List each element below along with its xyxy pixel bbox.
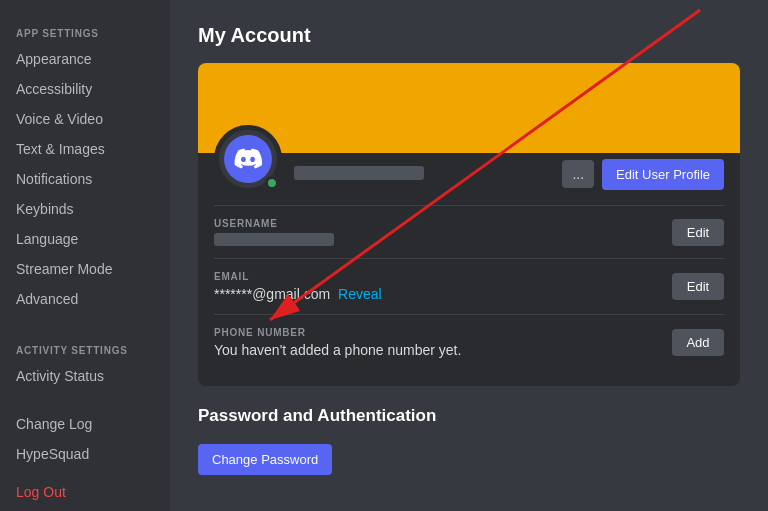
email-field-content: EMAIL *******@gmail.com Reveal — [214, 271, 660, 302]
password-section-title: Password and Authentication — [198, 406, 740, 426]
phone-label: PHONE NUMBER — [214, 327, 660, 338]
username-edit-button[interactable]: Edit — [672, 219, 724, 246]
sidebar-item-advanced[interactable]: Advanced — [8, 285, 162, 313]
phone-value: You haven't added a phone number yet. — [214, 342, 660, 358]
username-field: USERNAME Edit — [214, 205, 724, 258]
sidebar-item-language[interactable]: Language — [8, 225, 162, 253]
phone-field-content: PHONE NUMBER You haven't added a phone n… — [214, 327, 660, 358]
sidebar-item-voice-video[interactable]: Voice & Video — [8, 105, 162, 133]
sidebar-item-change-log[interactable]: Change Log — [8, 410, 162, 438]
reveal-link[interactable]: Reveal — [338, 286, 382, 302]
username-label: USERNAME — [214, 218, 660, 229]
phone-field: PHONE NUMBER You haven't added a phone n… — [214, 314, 724, 370]
discord-logo-icon — [233, 144, 263, 174]
profile-actions: ... Edit User Profile — [562, 129, 724, 190]
page-title: My Account — [198, 24, 740, 47]
phone-add-button[interactable]: Add — [672, 329, 724, 356]
profile-info-row: ... Edit User Profile — [198, 125, 740, 205]
username-value — [214, 233, 660, 246]
edit-profile-button[interactable]: Edit User Profile — [602, 159, 724, 190]
avatar-container — [214, 125, 282, 193]
more-options-button[interactable]: ... — [562, 160, 594, 188]
username-field-content: USERNAME — [214, 218, 660, 246]
main-content: My Account ... Edit Use — [170, 0, 768, 511]
sidebar: APP SETTINGS Appearance Accessibility Vo… — [0, 0, 170, 511]
online-status-dot — [265, 176, 279, 190]
profile-username-area — [294, 134, 562, 184]
sidebar-item-notifications[interactable]: Notifications — [8, 165, 162, 193]
email-value-row: *******@gmail.com Reveal — [214, 286, 660, 302]
info-fields: USERNAME Edit EMAIL *******@gmail.com Re… — [198, 205, 740, 386]
sidebar-item-accessibility[interactable]: Accessibility — [8, 75, 162, 103]
sidebar-item-activity-status[interactable]: Activity Status — [8, 362, 162, 390]
app-settings-section-label: APP SETTINGS — [8, 16, 162, 43]
sidebar-item-logout[interactable]: Log Out — [8, 478, 162, 506]
profile-card: ... Edit User Profile USERNAME Edit EMAI… — [198, 63, 740, 386]
username-blurred — [294, 166, 424, 180]
email-masked-value: *******@gmail.com — [214, 286, 330, 302]
sidebar-item-text-images[interactable]: Text & Images — [8, 135, 162, 163]
sidebar-item-streamer-mode[interactable]: Streamer Mode — [8, 255, 162, 283]
change-password-button[interactable]: Change Password — [198, 444, 332, 475]
sidebar-item-appearance[interactable]: Appearance — [8, 45, 162, 73]
sidebar-item-hypesquad[interactable]: HypeSquad — [8, 440, 162, 468]
email-field: EMAIL *******@gmail.com Reveal Edit — [214, 258, 724, 314]
email-edit-button[interactable]: Edit — [672, 273, 724, 300]
sidebar-item-keybinds[interactable]: Keybinds — [8, 195, 162, 223]
activity-settings-section-label: ACTIVITY SETTINGS — [8, 333, 162, 360]
email-label: EMAIL — [214, 271, 660, 282]
username-value-blurred — [214, 233, 334, 246]
avatar-inner — [224, 135, 272, 183]
